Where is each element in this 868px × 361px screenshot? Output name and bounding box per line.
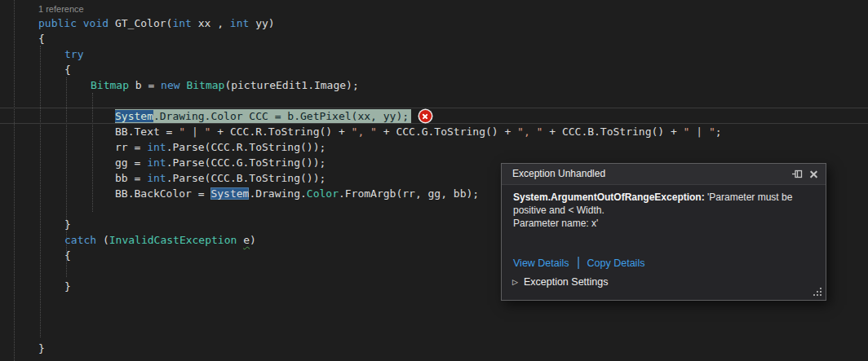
code-token: + CCC.G.ToString() +	[377, 125, 517, 138]
code-token: |	[192, 125, 198, 138]
code-token: |	[696, 125, 702, 138]
code-token: public	[38, 17, 77, 29]
code-token: "	[179, 125, 192, 138]
code-token: }	[64, 218, 71, 231]
code-token: int	[147, 156, 166, 169]
code-line[interactable]: public void GT_Color(int xx , int yy)	[0, 15, 868, 31]
code-token: .Drawing.Color CCC = b.GetPixel(xx, yy);	[153, 110, 409, 122]
code-token	[237, 234, 243, 246]
code-token: System	[115, 110, 153, 122]
popup-links: View Details Copy Details	[513, 257, 644, 269]
code-line[interactable]: try	[0, 46, 868, 62]
code-line[interactable]: {	[0, 62, 868, 77]
code-token: + CCC.B.ToString() +	[542, 125, 683, 138]
code-line[interactable]: rr = int.Parse(CCC.R.ToString());	[0, 139, 868, 155]
code-token: (	[96, 234, 109, 246]
exception-type: System.ArgumentOutOfRangeException:	[513, 192, 705, 203]
code-token: rr =	[115, 141, 147, 153]
code-token: {	[64, 249, 71, 262]
exception-settings-label: Exception Settings	[524, 276, 609, 288]
code-token: {	[64, 64, 71, 76]
code-line[interactable]: {	[0, 31, 868, 46]
view-details-link[interactable]: View Details	[513, 258, 569, 269]
code-token: .Parse(CCC.G.ToString());	[166, 156, 326, 169]
copy-details-link[interactable]: Copy Details	[587, 258, 645, 269]
error-icon[interactable]	[419, 110, 432, 122]
code-token: yy)	[249, 17, 274, 29]
exception-statement-highlight: System.Drawing.Color CCC = b.GetPixel(xx…	[115, 109, 411, 123]
code-line[interactable]: }	[0, 341, 868, 356]
code-token: (pictureEdit1.Image);	[224, 79, 358, 91]
code-token: ", "	[517, 125, 542, 138]
code-token: xx ,	[192, 17, 230, 29]
code-token: Bitmap	[186, 79, 224, 91]
code-line[interactable]	[0, 93, 868, 108]
code-token: "	[684, 125, 697, 138]
code-line[interactable]: Bitmap b = new Bitmap(pictureEdit1.Image…	[0, 77, 868, 93]
code-token: void	[83, 17, 108, 29]
code-token: int	[147, 172, 166, 184]
code-token: int	[147, 141, 166, 153]
code-token: try	[64, 48, 83, 60]
code-token	[77, 17, 83, 29]
code-token: {	[38, 33, 45, 45]
code-token: new	[161, 79, 179, 91]
pin-icon[interactable]	[790, 168, 804, 181]
code-token: BB.BackColor =	[115, 187, 210, 200]
code-token: .Parse(CCC.B.ToString());	[166, 172, 326, 184]
exception-popup: Exception Unhandled System.ArgumentOutOf…	[501, 163, 826, 301]
code-token: }	[38, 342, 45, 354]
code-token: BB.Text =	[115, 125, 179, 138]
code-token: ", "	[352, 125, 377, 138]
code-line[interactable]: System.Drawing.Color CCC = b.GetPixel(xx…	[0, 108, 868, 124]
code-token: gg =	[115, 156, 147, 169]
chevron-right-icon: ▷	[512, 278, 518, 286]
code-token: + CCC.R.ToString() +	[210, 125, 351, 138]
code-editor[interactable]: 1 reference public void GT_Color(int xx …	[0, 0, 868, 361]
code-token: Bitmap	[91, 79, 129, 91]
popup-title: Exception Unhandled	[512, 164, 605, 184]
code-token: )	[250, 234, 256, 246]
exception-settings-expander[interactable]: ▷ Exception Settings	[512, 276, 608, 288]
code-token: .FromArgb(rr, gg, bb);	[339, 187, 479, 200]
code-token: }	[64, 280, 71, 293]
codelens-references[interactable]: 1 reference	[38, 4, 84, 14]
resize-grip[interactable]	[813, 288, 822, 297]
code-token: InvalidCastException	[109, 234, 237, 246]
popup-title-bar: Exception Unhandled	[502, 164, 826, 185]
code-token: .Parse(CCC.R.ToString());	[166, 141, 326, 153]
code-token: "	[702, 125, 715, 138]
code-token: int	[230, 17, 249, 29]
code-token: bb =	[115, 172, 147, 184]
exception-message: System.ArgumentOutOfRangeException: 'Par…	[513, 191, 816, 230]
code-token: int	[172, 17, 191, 29]
code-token: catch	[64, 234, 96, 246]
code-token: .Drawing.	[249, 187, 306, 200]
code-line[interactable]	[0, 310, 868, 325]
code-token: "	[198, 125, 211, 138]
code-token: GT_Color(	[108, 17, 172, 29]
code-token: ;	[715, 125, 722, 138]
code-token: System	[210, 187, 249, 200]
close-icon[interactable]	[807, 168, 821, 181]
code-line[interactable]: BB.Text = " | " + CCC.R.ToString() + ", …	[0, 124, 868, 139]
link-divider	[578, 257, 579, 269]
code-token: Color	[307, 187, 339, 200]
code-token: e	[243, 234, 250, 246]
exception-parameter-line: Parameter name: x'	[513, 217, 816, 230]
code-token: b =	[129, 79, 161, 91]
code-line[interactable]	[0, 325, 868, 341]
